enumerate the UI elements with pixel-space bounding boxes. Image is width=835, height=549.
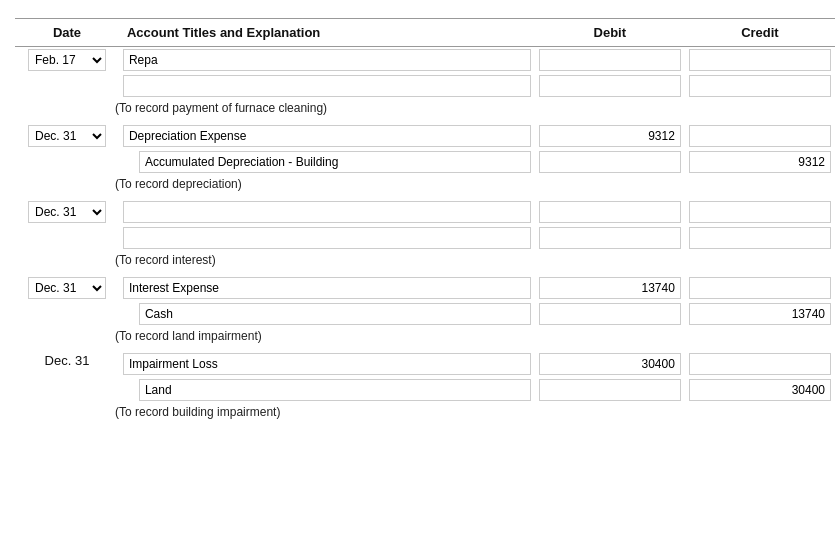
note-row-group5: (To record building impairment): [15, 403, 835, 427]
table-row: Feb. 17Dec. 31: [15, 123, 835, 149]
account-input-3-1[interactable]: [139, 303, 531, 325]
account-input-0-0[interactable]: [123, 49, 531, 71]
account-input-4-0[interactable]: [123, 353, 531, 375]
table-row: Feb. 17Dec. 31: [15, 275, 835, 301]
credit-input-4-0[interactable]: [689, 353, 831, 375]
header-credit: Credit: [685, 19, 835, 47]
date-cell-group3: Feb. 17Dec. 31: [15, 199, 119, 225]
credit-input-3-0[interactable]: [689, 277, 831, 299]
date-select-group3[interactable]: Feb. 17Dec. 31: [28, 201, 106, 223]
account-input-4-1[interactable]: [139, 379, 531, 401]
note-row-group2: (To record depreciation): [15, 175, 835, 199]
date-static-group5: Dec. 31: [15, 351, 119, 377]
table-row: Feb. 17Dec. 31: [15, 199, 835, 225]
account-input-1-1[interactable]: [139, 151, 531, 173]
note-row-group1: (To record payment of furnace cleaning): [15, 99, 835, 123]
account-input-1-0[interactable]: [123, 125, 531, 147]
note-row-group3: (To record interest): [15, 251, 835, 275]
account-input-3-0[interactable]: [123, 277, 531, 299]
table-row: [15, 73, 835, 99]
date-select-group4[interactable]: Feb. 17Dec. 31: [28, 277, 106, 299]
debit-input-2-1[interactable]: [539, 227, 681, 249]
header-date: Date: [15, 19, 119, 47]
debit-input-1-1[interactable]: [539, 151, 681, 173]
debit-input-3-1[interactable]: [539, 303, 681, 325]
debit-input-3-0[interactable]: [539, 277, 681, 299]
date-cell-group2: Feb. 17Dec. 31: [15, 123, 119, 149]
table-row: [15, 377, 835, 403]
date-cell-group1: Feb. 17Dec. 31: [15, 47, 119, 74]
header-debit: Debit: [535, 19, 685, 47]
credit-input-1-1[interactable]: [689, 151, 831, 173]
account-input-2-0[interactable]: [123, 201, 531, 223]
account-input-2-1[interactable]: [123, 227, 531, 249]
date-cell-group4: Feb. 17Dec. 31: [15, 275, 119, 301]
note-row-group4: (To record land impairment): [15, 327, 835, 351]
table-row: [15, 301, 835, 327]
debit-input-0-0[interactable]: [539, 49, 681, 71]
credit-input-3-1[interactable]: [689, 303, 831, 325]
debit-input-0-1[interactable]: [539, 75, 681, 97]
table-row: Dec. 31: [15, 351, 835, 377]
date-select-group1[interactable]: Feb. 17Dec. 31: [28, 49, 106, 71]
table-row: [15, 225, 835, 251]
credit-input-2-1[interactable]: [689, 227, 831, 249]
journal-table: Date Account Titles and Explanation Debi…: [15, 18, 835, 427]
debit-input-4-1[interactable]: [539, 379, 681, 401]
credit-input-4-1[interactable]: [689, 379, 831, 401]
table-row: Feb. 17Dec. 31: [15, 47, 835, 74]
header-account: Account Titles and Explanation: [119, 19, 535, 47]
account-input-0-1[interactable]: [123, 75, 531, 97]
debit-input-4-0[interactable]: [539, 353, 681, 375]
date-select-group2[interactable]: Feb. 17Dec. 31: [28, 125, 106, 147]
table-row: [15, 149, 835, 175]
debit-input-1-0[interactable]: [539, 125, 681, 147]
credit-input-0-0[interactable]: [689, 49, 831, 71]
debit-input-2-0[interactable]: [539, 201, 681, 223]
credit-input-1-0[interactable]: [689, 125, 831, 147]
credit-input-0-1[interactable]: [689, 75, 831, 97]
credit-input-2-0[interactable]: [689, 201, 831, 223]
